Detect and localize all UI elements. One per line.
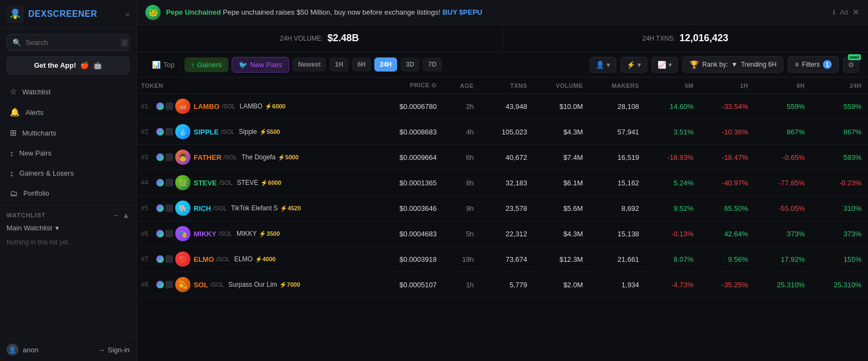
token-info: SIPPLE /SOL Sipple ⚡5500 (194, 128, 280, 136)
token-chain-icons (156, 153, 173, 161)
sidebar-item-alerts[interactable]: 🔔 Alerts (4, 102, 132, 122)
token-price: $0.0005107 (373, 272, 443, 298)
new-pairs-icon: ↕ (10, 149, 14, 158)
token-1h: 42.64% (700, 221, 755, 247)
token-name: LAMBO (240, 102, 263, 110)
table-row[interactable]: #8 💫 SOL /SOL Surpass Our Lim ⚡7000 $0.0… (137, 272, 868, 298)
token-6h: -55.05% (755, 196, 811, 221)
token-24h: 559% (811, 94, 868, 119)
sidebar-item-label: Gainers & Losers (20, 169, 74, 177)
sidebar-item-new-pairs[interactable]: ↕ New Pairs (4, 144, 132, 163)
token-age: 6h (443, 145, 480, 170)
col-6h[interactable]: 6H (755, 78, 811, 94)
col-token: TOKEN (137, 78, 373, 94)
token-chain-label: /SOL (222, 103, 235, 109)
col-makers[interactable]: MAKERS (590, 78, 646, 94)
search-bar[interactable]: 🔍 / (7, 34, 130, 51)
token-makers: 16,519 (590, 145, 646, 170)
token-volume: $5.6M (534, 196, 590, 221)
tab-3d[interactable]: 3D (400, 57, 419, 72)
chart-filter-button[interactable]: 📈 ▾ (652, 57, 678, 73)
rank-by-button[interactable]: 🏆 Rank by: ▼ Trending 6H (682, 56, 783, 73)
table-row[interactable]: #5 🐘 RICH /SOL TikTok Elefant S ⚡4520 $0… (137, 196, 868, 221)
filters-label: Filters (802, 61, 820, 68)
ad-close-button[interactable]: ✕ (852, 7, 859, 17)
col-24h[interactable]: 24H (811, 78, 868, 94)
search-input[interactable] (25, 38, 117, 47)
watchlist-expand-button[interactable]: ▲ (122, 211, 130, 220)
col-1h[interactable]: 1H (700, 78, 755, 94)
tab-7d[interactable]: 7D (423, 57, 442, 72)
token-age: 8h (443, 170, 480, 196)
chevron-down-icon: ▾ (668, 61, 672, 69)
token-cell: #8 💫 SOL /SOL Surpass Our Lim ⚡7000 (137, 272, 373, 298)
lightning-filter-button[interactable]: ⚡ ▾ (621, 57, 647, 73)
token-small-icon (165, 230, 173, 237)
settings-button[interactable]: ⚙ new! (843, 57, 859, 73)
watchlist-minus-button[interactable]: − (113, 211, 118, 220)
table-header-row: TOKEN PRICE ⊙ AGE TXNS VOLUME MAKERS 5M … (137, 78, 868, 94)
row-rank: #3 (141, 153, 154, 161)
tab-new-pairs[interactable]: 🐦 New Pairs (232, 57, 289, 73)
token-symbol: RICH (194, 204, 211, 212)
token-txns: 40,672 (480, 145, 533, 170)
sidebar-item-portfolio[interactable]: 🗂 Portfolio (4, 184, 132, 203)
token-price: $0.0003646 (373, 196, 443, 221)
tab-24h-label: 24H (380, 61, 392, 68)
sign-in-button[interactable]: → Sign-in (98, 346, 130, 354)
logo[interactable]: DEXSCREENER (7, 5, 97, 23)
tab-6h[interactable]: 6H (352, 57, 371, 72)
col-5m[interactable]: 5M (646, 78, 700, 94)
get-app-button[interactable]: Get the App! 🍎 🤖 (7, 56, 130, 74)
tab-1h[interactable]: 1H (329, 57, 348, 72)
table-row[interactable]: #7 🔴 ELMO /SOL ELMO ⚡4000 $0.0003918 19h… (137, 247, 868, 272)
sidebar-item-label: Portfolio (23, 189, 49, 197)
token-txns: 73,674 (480, 247, 533, 272)
token-logo: 🔴 (175, 252, 190, 267)
token-table: TOKEN PRICE ⊙ AGE TXNS VOLUME MAKERS 5M … (137, 78, 868, 298)
token-24h: -0.23% (811, 170, 868, 196)
sign-in-icon: → (98, 346, 105, 354)
token-makers: 57,941 (590, 119, 646, 145)
token-small-icon (165, 102, 173, 110)
token-6h: 867% (755, 119, 811, 145)
token-volume: $7.4M (534, 145, 590, 170)
col-volume[interactable]: VOLUME (534, 78, 590, 94)
col-price[interactable]: PRICE ⊙ (373, 78, 443, 94)
filters-button[interactable]: ≡ Filters 1 (788, 56, 839, 73)
gear-icon: ⚙ (848, 61, 854, 69)
ad-cta-button[interactable]: BUY $PEPU (442, 8, 482, 16)
token-logo: 👨 (175, 150, 190, 165)
token-symbol: SIPPLE (194, 128, 219, 136)
token-5m: 5.24% (646, 170, 700, 196)
token-5m: 3.51% (646, 119, 700, 145)
token-name: ELMO (234, 255, 253, 263)
tab-gainers-label: Gainers (197, 61, 222, 69)
new-feature-badge: new! (848, 54, 861, 60)
tab-top[interactable]: 📊 Top (145, 57, 181, 72)
table-row[interactable]: #2 💧 SIPPLE /SOL Sipple ⚡5500 $0.0008683… (137, 119, 868, 145)
sidebar-item-multicharts[interactable]: ⊞ Multicharts (4, 123, 132, 143)
sidebar-item-gainers[interactable]: ↕ Gainers & Losers (4, 164, 132, 183)
token-chain-icons (156, 230, 173, 237)
token-makers: 15,138 (590, 221, 646, 247)
table-row[interactable]: #6 🎭 MIKKY /SOL MIKKY ⚡3500 $0.0004683 5… (137, 221, 868, 247)
solana-icon (156, 102, 164, 110)
collapse-button[interactable]: « (125, 10, 130, 18)
watchlist-dropdown[interactable]: Main Watchlist ▾ (7, 224, 130, 232)
tab-newest[interactable]: Newest (292, 57, 326, 72)
col-txns[interactable]: TXNS (480, 78, 533, 94)
table-row[interactable]: #3 👨 FATHER /SOL The Dogefa ⚡5000 $0.000… (137, 145, 868, 170)
col-age[interactable]: AGE (443, 78, 480, 94)
boost-badge: ⚡4000 (255, 256, 276, 263)
sidebar-item-label: New Pairs (20, 149, 52, 157)
token-6h: 17.92% (755, 247, 811, 272)
user-filter-button[interactable]: 👤 ▾ (590, 57, 616, 73)
table-row[interactable]: #1 🏎 LAMBO /SOL LAMBO ⚡6000 $0.0006780 2… (137, 94, 868, 119)
sidebar-item-watchlist[interactable]: ☆ Watchlist (4, 82, 132, 101)
token-chain-label: /SOL (216, 256, 230, 262)
token-chain-icons (156, 281, 173, 288)
tab-24h[interactable]: 24H (374, 57, 397, 72)
table-row[interactable]: #4 🟩 STEVE /SOL STEVE ⚡6000 $0.0001365 8… (137, 170, 868, 196)
tab-gainers[interactable]: ↑ Gainers (184, 57, 228, 72)
